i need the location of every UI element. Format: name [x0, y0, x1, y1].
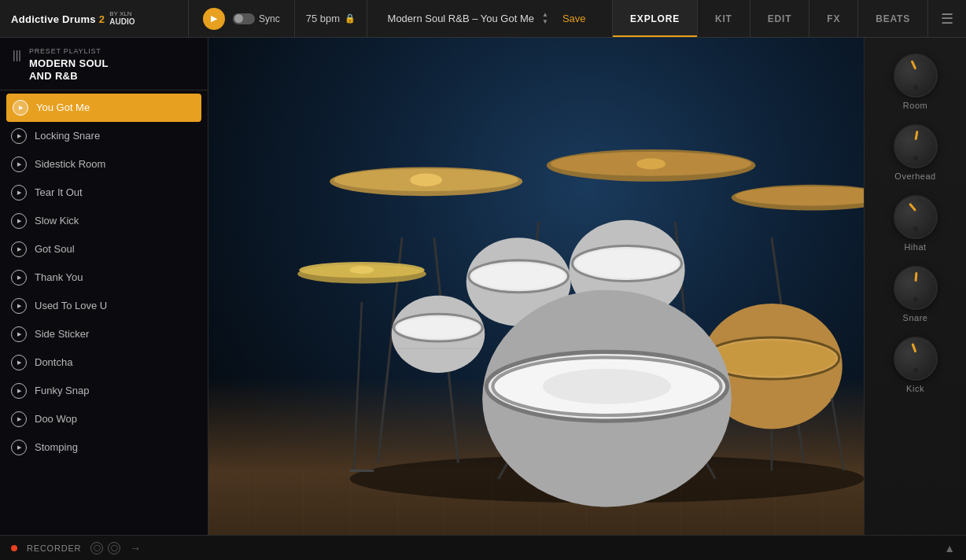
play-circle-slow-kick: ▶: [11, 213, 27, 229]
top-navigation: Addictive Drums 2 BY XLNAUDIO ▶ Sync 75 …: [0, 0, 966, 38]
play-circle-dontcha: ▶: [11, 355, 27, 370]
tab-fx[interactable]: FX: [809, 0, 858, 37]
logo-area: Addictive Drums 2 BY XLNAUDIO: [0, 0, 189, 37]
recorder-label: RECORDER: [27, 543, 81, 553]
playlist-item-doo-wop[interactable]: ▶ Doo Wop: [0, 405, 208, 433]
knob-snare[interactable]: Snare: [894, 260, 938, 329]
svg-point-12: [410, 174, 442, 186]
playlist-item-label-stomping: Stomping: [35, 441, 78, 453]
playlist-item-got-soul[interactable]: ▶ Got Soul: [0, 235, 208, 263]
playlist-name: MODERN SOULAND R&B: [29, 57, 109, 83]
playlist-item-stomping[interactable]: ▶ Stomping: [0, 433, 208, 462]
play-circle-tear-it-out: ▶: [11, 185, 27, 201]
knob-dial-room[interactable]: [894, 53, 938, 98]
playlist-item-locking-snare[interactable]: ▶ Locking Snare: [0, 122, 208, 150]
svg-line-39: [832, 399, 844, 471]
preset-selector[interactable]: Modern Soul R&B – You Got Me ▲ ▼ Save: [367, 0, 613, 37]
playlist-item-slow-kick[interactable]: ▶ Slow Kick: [0, 207, 208, 235]
menu-button[interactable]: ☰: [928, 0, 966, 37]
play-circle-funky-snap: ▶: [11, 383, 27, 399]
playlist-label: Preset playlist: [29, 47, 109, 55]
recorder-dot: [11, 545, 17, 551]
rec-button-2[interactable]: ◯: [108, 542, 120, 554]
playlist-item-you-got-me[interactable]: ▶ You Got Me: [6, 94, 201, 122]
drum-kit-svg: [248, 77, 966, 527]
play-circle-used-to-love-u: ▶: [11, 298, 27, 314]
svg-point-44: [543, 369, 671, 404]
play-button[interactable]: ▶: [203, 8, 225, 30]
playlist-item-label-thank-you: Thank You: [35, 271, 83, 283]
tab-explore[interactable]: EXPLORE: [613, 0, 698, 37]
arrow-up-icon[interactable]: ▲: [542, 12, 548, 18]
collapse-button[interactable]: ▲: [944, 542, 955, 554]
svg-line-6: [354, 302, 362, 471]
main-content: ||| Preset playlist MODERN SOULAND R&B ▶…: [0, 38, 966, 535]
lock-icon: 🔒: [345, 13, 356, 24]
sidebar: ||| Preset playlist MODERN SOULAND R&B ▶…: [0, 38, 208, 535]
play-circle-locking-snare: ▶: [11, 128, 27, 144]
knob-label-kick: Kick: [906, 384, 924, 393]
knob-dial-snare[interactable]: [894, 266, 938, 310]
playlist-item-funky-snap[interactable]: ▶ Funky Snap: [0, 377, 208, 405]
nav-tabs: EXPLORE KIT EDIT FX BEATS ☰: [613, 0, 966, 37]
playlist-item-tear-it-out[interactable]: ▶ Tear It Out: [0, 179, 208, 207]
knob-label-room: Room: [903, 101, 927, 110]
logo: Addictive Drums 2: [11, 12, 105, 26]
knob-dial-kick[interactable]: [894, 337, 938, 381]
knob-room[interactable]: Room: [894, 47, 938, 116]
kit-area: Room Overhead Hihat Snare Kick: [208, 38, 966, 535]
playlist-item-label-dontcha: Dontcha: [35, 356, 72, 368]
tab-edit[interactable]: EDIT: [750, 0, 810, 37]
play-circle-side-sticker: ▶: [11, 326, 27, 342]
save-button[interactable]: Save: [556, 13, 592, 24]
play-circle-stomping: ▶: [11, 440, 27, 455]
svg-point-23: [472, 263, 565, 289]
tab-kit[interactable]: KIT: [698, 0, 750, 37]
bottom-bar: RECORDER ◯ ◯ → ▲: [0, 535, 966, 560]
transport-controls: ▶ Sync: [189, 0, 295, 37]
arrow-forward-icon[interactable]: →: [130, 542, 141, 554]
playlist-icon: |||: [13, 49, 21, 61]
knob-hihat[interactable]: Hihat: [894, 189, 938, 258]
play-circle-thank-you: ▶: [11, 270, 27, 286]
svg-point-15: [636, 158, 666, 169]
playlist-item-label-slow-kick: Slow Kick: [35, 215, 79, 227]
knob-dial-overhead[interactable]: [894, 124, 938, 168]
playlist-item-thank-you[interactable]: ▶ Thank You: [0, 263, 208, 292]
knob-dial-hihat[interactable]: [894, 195, 938, 239]
knob-kick[interactable]: Kick: [894, 330, 938, 400]
knob-overhead[interactable]: Overhead: [894, 118, 938, 187]
rec-button-1[interactable]: ◯: [90, 542, 103, 554]
knob-label-snare: Snare: [903, 313, 928, 322]
play-circle-sidestick-room: ▶: [11, 157, 27, 172]
bpm-value: 75 bpm: [306, 13, 340, 24]
svg-point-20: [350, 266, 374, 274]
sync-label: Sync: [259, 13, 280, 24]
preset-arrows[interactable]: ▲ ▼: [542, 12, 548, 25]
playlist-items: ▶ You Got Me ▶ Locking Snare ▶ Sidestick…: [0, 90, 208, 536]
playlist-item-label-side-sticker: Side Sticker: [35, 328, 89, 340]
sync-toggle[interactable]: Sync: [233, 13, 280, 24]
play-circle-you-got-me: ▶: [13, 100, 28, 116]
playlist-item-label-doo-wop: Doo Wop: [35, 413, 77, 425]
playlist-item-used-to-love-u[interactable]: ▶ Used To Love U: [0, 292, 208, 320]
playlist-item-dontcha[interactable]: ▶ Dontcha: [0, 348, 208, 377]
tab-beats[interactable]: BEATS: [858, 0, 928, 37]
bpm-area: 75 bpm 🔒: [295, 0, 367, 37]
playlist-item-side-sticker[interactable]: ▶ Side Sticker: [0, 320, 208, 348]
preset-name: Modern Soul R&B – You Got Me: [388, 13, 534, 24]
arrow-down-icon[interactable]: ▼: [542, 19, 548, 25]
playlist-item-label-you-got-me: You Got Me: [36, 101, 90, 113]
play-circle-got-soul: ▶: [11, 241, 27, 257]
play-circle-doo-wop: ▶: [11, 411, 27, 427]
playlist-title-area: Preset playlist MODERN SOULAND R&B: [29, 47, 109, 83]
playlist-item-label-locking-snare: Locking Snare: [35, 130, 100, 142]
knob-label-overhead: Overhead: [894, 171, 935, 181]
playlist-item-label-funky-snap: Funky Snap: [35, 385, 89, 396]
playlist-item-sidestick-room[interactable]: ▶ Sidestick Room: [0, 150, 208, 179]
playlist-item-label-used-to-love-u: Used To Love U: [35, 300, 107, 311]
sync-toggle-pill[interactable]: [233, 13, 255, 24]
recorder-controls: ◯ ◯: [90, 542, 120, 554]
svg-point-31: [397, 317, 479, 338]
playlist-item-label-got-soul: Got Soul: [35, 243, 75, 255]
